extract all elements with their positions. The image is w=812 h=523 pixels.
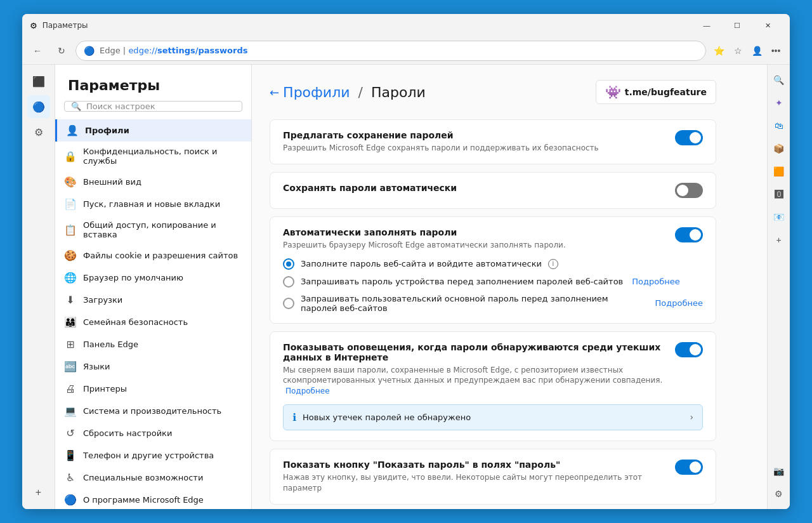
sidebar-item-share[interactable]: 📋 Общий доступ, копирование и вставка [55,215,251,244]
autofill-toggle[interactable] [675,227,703,242]
radio-autofill-device[interactable]: Запрашивать пароль устройства перед запо… [283,276,703,288]
phone-icon: 📱 [64,449,77,461]
brand-text: t.me/bugfeature [625,87,707,97]
setting-row: Сохранять пароли автоматически [283,183,703,198]
search-placeholder: Поиск настроек [86,102,155,111]
sidebar-item-startup[interactable]: 📄 Пуск, главная и новые вкладки [55,193,251,215]
sidebar-item-accessibility[interactable]: ♿ Специальные возможности [55,467,251,489]
sidebar-item-label: Файлы cookie и разрешения сайтов [83,251,238,260]
sidebar-item-label: Профили [85,126,129,135]
edge-logo-button[interactable]: 🔵 [27,95,50,118]
address-actions: ⭐ ☆ 👤 ••• [710,42,785,60]
leak-banner[interactable]: ℹ Новых утечек паролей не обнаружено › [283,404,703,430]
office-button[interactable]: 🅾 [769,184,789,204]
setting-label: Сохранять пароли автоматически [283,183,457,193]
breadcrumb-separator: / [358,84,363,100]
outlook-button[interactable]: 📧 [769,207,789,227]
radio-autofill-auto[interactable]: Заполните пароль веб-сайта и войдите авт… [283,258,703,270]
breadcrumb-profiles-link[interactable]: Профили [283,84,350,100]
setting-label: Предлагать сохранение паролей [283,130,599,140]
setting-label: Показывать оповещения, когда пароли обна… [283,342,665,362]
sidebar-item-profiles[interactable]: 👤 Профили [55,119,251,142]
sidebar-item-label: Внешний вид [83,177,141,187]
setting-desc: Разрешить Microsoft Edge сохранять парол… [283,143,599,154]
favorites-collections-icon[interactable]: ⭐ [710,42,728,60]
close-button[interactable]: ✕ [753,15,782,36]
setting-desc: Нажав эту кнопку, вы увидите, что ввели.… [283,472,665,494]
sidebar-item-family[interactable]: 👨‍👩‍👧 Семейная безопасность [55,311,251,333]
breadcrumb-text: Профили / Пароли [283,84,426,100]
radio-autofill-master[interactable]: Запрашивать пользовательский основной па… [283,294,703,313]
default-browser-icon: 🌐 [64,272,77,284]
collections-button[interactable]: 📦 [769,138,789,159]
offer-save-toggle[interactable] [675,130,703,145]
extensions-button[interactable]: ✦ [769,93,789,113]
sidebar-item-default-browser[interactable]: 🌐 Браузер по умолчанию [55,267,251,289]
show-pass-toggle[interactable] [675,460,703,475]
add-button[interactable]: + [27,481,50,504]
page-header: ← Профили / Пароли 👾 t.me/bugfeature [270,80,716,104]
profile-button[interactable]: 👤 [748,42,766,60]
sidebar-item-printers[interactable]: 🖨 Принтеры [55,378,251,400]
minimize-button[interactable]: — [692,15,721,36]
sidebar-item-system[interactable]: 💻 Система и производительность [55,400,251,422]
shopping-button[interactable]: 🛍 [769,116,789,136]
window-title: Параметры [43,21,88,30]
radio-circle-3 [283,298,294,309]
settings-rt-button[interactable]: ⚙ [769,484,789,504]
family-icon: 👨‍👩‍👧 [64,316,77,328]
sidebar-item-about[interactable]: 🔵 О программе Microsoft Edge [55,489,251,509]
sidebar-item-reset[interactable]: ↺ Сбросить настройки [55,422,251,444]
search-rt-button[interactable]: 🔍 [769,70,789,90]
radio-link-2[interactable]: Подробнее [632,277,679,286]
startup-icon: 📄 [64,198,77,210]
favorites-button[interactable]: ☆ [729,42,747,60]
system-icon: 💻 [64,405,77,417]
auto-save-toggle[interactable] [675,183,703,198]
sidebar-item-cookies[interactable]: 🍪 Файлы cookie и разрешения сайтов [55,244,251,267]
apps-button[interactable]: 🟧 [769,161,789,182]
languages-icon: 🔤 [64,361,77,373]
radio-label-2: Запрашивать пароль устройства перед запо… [301,277,623,286]
sidebar-item-downloads[interactable]: ⬇ Загрузки [55,289,251,311]
sidebar-item-privacy[interactable]: 🔒 Конфиденциальность, поиск и службы [55,142,251,171]
setting-label: Автоматически заполнять пароли [283,227,566,237]
more-menu-button[interactable]: ••• [767,42,785,60]
setting-label: Показать кнопку "Показать пароль" в поля… [283,460,665,470]
printers-icon: 🖨 [64,383,77,395]
radio-circle-2 [283,276,294,288]
info-icon-1[interactable]: i [548,259,558,269]
radio-link-3[interactable]: Подробнее [655,298,703,308]
maximize-button[interactable]: ☐ [723,15,752,36]
url-path: settings/passwords [157,46,247,55]
info-banner-icon: ℹ [292,411,296,423]
screenshot-rt-button[interactable]: 📷 [769,461,789,481]
leak-desc-link[interactable]: Подробнее [285,387,330,395]
setting-desc: Разрешить браузеру Microsoft Edge автома… [283,240,566,251]
profiles-icon: 👤 [66,124,79,136]
sidebar-item-languages[interactable]: 🔤 Языки [55,355,251,378]
sidebar-item-appearance[interactable]: 🎨 Внешний вид [55,171,251,193]
sidebar-item-panel[interactable]: ⊞ Панель Edge [55,333,251,355]
url-scheme: edge:// [128,46,157,55]
sidebar-item-label: Специальные возможности [83,473,203,482]
brand-badge: 👾 t.me/bugfeature [596,80,716,104]
back-button[interactable]: ← [27,41,48,61]
address-box[interactable]: 🔵 Edge | edge://settings/passwords [75,41,706,61]
sidebar-item-phone[interactable]: 📱 Телефон и другие устройства [55,444,251,467]
setting-text: Показывать оповещения, когда пароли обна… [283,342,665,397]
add-rt-button[interactable]: + [769,230,789,250]
tabs-button[interactable]: ⬛ [27,70,50,93]
settings-sidebar-button[interactable]: ⚙ [27,121,50,143]
address-bar-row: ← ↻ 🔵 Edge | edge://settings/passwords ⭐… [22,37,790,65]
sidebar-item-label: Телефон и другие устройства [83,451,214,460]
browser-window: ⚙ Параметры — ☐ ✕ ← ↻ 🔵 Edge | edge://se… [22,14,790,509]
sidebar-item-label: Принтеры [83,384,127,394]
sidebar-item-label: Общий доступ, копирование и вставка [83,220,242,239]
refresh-button[interactable]: ↻ [51,41,72,61]
breadcrumb-back-button[interactable]: ← [270,86,279,99]
setting-desc: Мы сверяем ваши пароли, сохраненные в Mi… [283,365,665,397]
leak-detect-toggle[interactable] [675,342,703,357]
settings-search-box[interactable]: 🔍 Поиск настроек [64,101,242,112]
setting-row: Показать кнопку "Показать пароль" в поля… [283,460,703,494]
